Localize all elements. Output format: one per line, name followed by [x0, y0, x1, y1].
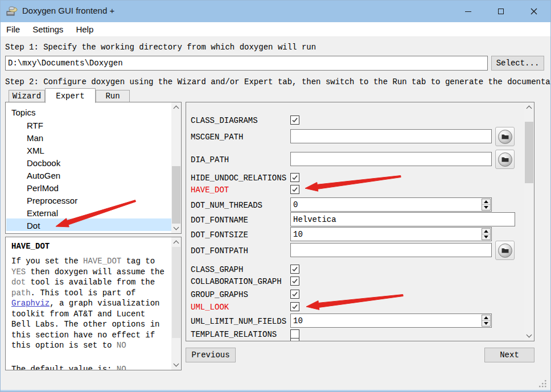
check-icon	[291, 266, 298, 273]
tree-item-preprocessor[interactable]: Preprocessor	[27, 194, 77, 207]
tree-root-topics[interactable]: Topics	[11, 106, 36, 118]
tree-item-external[interactable]: External	[27, 207, 58, 219]
scrollbar-thumb[interactable]	[525, 122, 533, 183]
dot-fontname-input[interactable]	[290, 212, 515, 226]
check-icon	[291, 278, 298, 284]
help-paragraph: If you set the HAVE_DOT tag to YES then …	[11, 256, 169, 351]
tree-item-perlmod[interactable]: PerlMod	[27, 181, 59, 194]
menu-help[interactable]: Help	[76, 24, 93, 34]
app-icon	[6, 5, 18, 17]
menu-settings[interactable]: Settings	[32, 24, 63, 34]
tab-run[interactable]: Run	[96, 90, 130, 102]
scrollbar-thumb[interactable]	[172, 166, 180, 224]
spin-down-button[interactable]	[482, 321, 490, 326]
next-button[interactable]: Next	[484, 348, 534, 362]
triangle-down-icon	[484, 322, 488, 325]
topics-tree-panel: Topics RTF Man XML Docbook AutoGen PerlM…	[5, 102, 182, 234]
field-label: CLASS_DIAGRAMS	[191, 116, 258, 126]
minimize-button[interactable]	[451, 1, 484, 22]
spinner	[482, 199, 491, 211]
chevron-down-icon	[174, 225, 179, 230]
graphviz-link[interactable]: Graphviz	[11, 299, 50, 308]
browse-folder-button[interactable]	[495, 241, 515, 260]
tab-wizard[interactable]: Wizard	[9, 90, 45, 102]
group-graphs-checkbox[interactable]	[290, 290, 299, 299]
tree-scrollbar[interactable]	[171, 102, 181, 233]
expert-form-panel: CLASS_DIAGRAMS MSCGEN_PATH DIA_PATH HIDE…	[186, 102, 534, 341]
field-label: DOT_FONTPATH	[191, 246, 248, 257]
tree-item-dot[interactable]: Dot	[27, 219, 40, 232]
tree-item-rtf[interactable]: RTF	[27, 119, 43, 131]
tree-item-xml[interactable]: XML	[27, 144, 44, 156]
scroll-down-button[interactable]	[171, 224, 181, 233]
spin-up-button[interactable]	[482, 199, 490, 205]
browse-folder-button[interactable]	[495, 150, 515, 169]
field-label: TEMPLATE_RELATIONS	[191, 330, 277, 340]
check-icon	[291, 186, 298, 193]
chevron-up-icon	[174, 241, 179, 246]
scrollbar-thumb[interactable]	[172, 247, 180, 338]
working-directory-input[interactable]	[5, 56, 488, 71]
spin-down-button[interactable]	[482, 205, 490, 210]
spinner	[482, 228, 491, 240]
dot-fontpath-input[interactable]	[290, 243, 492, 257]
field-label: MSCGEN_PATH	[191, 133, 243, 143]
triangle-down-icon	[484, 206, 488, 209]
field-label: UML_LIMIT_NUM_FIELDS	[191, 317, 286, 327]
spin-up-button[interactable]	[482, 315, 490, 321]
field-label: CLASS_GRAPH	[191, 265, 243, 275]
field-label: HIDE_UNDOC_RELATIONS	[191, 174, 286, 184]
step2-label: Step 2: Configure doxygen using the Wiza…	[5, 77, 551, 88]
check-icon	[291, 117, 298, 123]
step1-label: Step 1: Specify the working directory fr…	[5, 43, 316, 53]
scroll-up-button[interactable]	[524, 102, 534, 112]
collaboration-graph-checkbox[interactable]	[290, 277, 299, 286]
dot-fontsize-input[interactable]	[290, 227, 492, 241]
close-icon	[531, 8, 537, 15]
field-label: DOT_FONTNAME	[191, 216, 248, 226]
maximize-button[interactable]	[484, 1, 517, 22]
help-default-value: The default value is: NO	[11, 365, 126, 370]
tree-item-docbook[interactable]: Docbook	[27, 156, 60, 169]
field-label: DOT_FONTSIZE	[191, 230, 248, 241]
tree-item-man[interactable]: Man	[27, 131, 43, 144]
have-dot-checkbox[interactable]	[290, 185, 299, 194]
check-icon	[291, 303, 298, 310]
browse-folder-button[interactable]	[495, 127, 515, 146]
check-icon	[291, 174, 298, 181]
scroll-up-button[interactable]	[171, 237, 181, 247]
class-diagrams-checkbox[interactable]	[290, 115, 299, 125]
scroll-up-button[interactable]	[171, 102, 181, 112]
class-graph-checkbox[interactable]	[290, 265, 299, 274]
folder-icon	[498, 244, 512, 258]
previous-button[interactable]: Previous	[186, 348, 236, 362]
uml-limit-num-fields-spinbox	[290, 313, 492, 328]
uml-limit-num-fields-input[interactable]	[290, 313, 492, 328]
form-scrollbar[interactable]	[524, 102, 534, 341]
field-label: DOT_NUM_THREADS	[191, 201, 262, 211]
uml-look-checkbox[interactable]	[290, 302, 299, 311]
menu-file[interactable]: File	[6, 24, 20, 34]
tree-item-autogen[interactable]: AutoGen	[27, 169, 60, 181]
dot-num-threads-input[interactable]	[290, 197, 492, 212]
field-label: HAVE_DOT	[191, 185, 229, 196]
tab-expert[interactable]: Expert	[45, 88, 96, 103]
scroll-down-button[interactable]	[524, 331, 534, 341]
hide-undoc-relations-checkbox[interactable]	[290, 173, 299, 182]
template-relations-checkbox[interactable]	[290, 329, 299, 339]
resize-grip-icon[interactable]	[538, 379, 547, 388]
mscgen-path-input[interactable]	[290, 129, 492, 143]
spin-down-button[interactable]	[482, 234, 490, 240]
title-bar[interactable]: Doxygen GUI frontend +	[1, 1, 550, 22]
select-directory-button[interactable]: Select...	[491, 56, 544, 71]
clipped-checkbox[interactable]	[290, 338, 299, 341]
dia-path-input[interactable]	[290, 152, 492, 166]
scroll-down-button[interactable]	[171, 360, 181, 370]
check-icon	[291, 291, 298, 298]
help-scrollbar[interactable]	[171, 237, 181, 370]
dot-fontsize-spinbox	[290, 227, 492, 241]
maximize-icon	[498, 9, 504, 14]
triangle-up-icon	[484, 230, 488, 233]
close-button[interactable]	[517, 1, 550, 22]
spin-up-button[interactable]	[482, 229, 490, 234]
